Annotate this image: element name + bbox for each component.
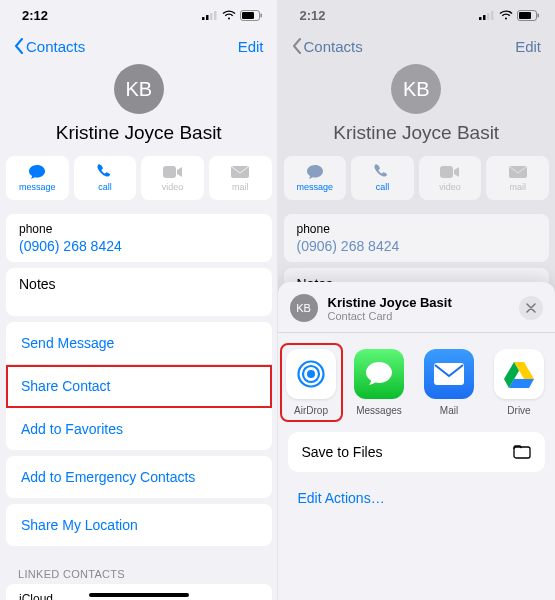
- linked-header: LINKED CONTACTS: [0, 552, 278, 584]
- message-action[interactable]: message: [284, 156, 347, 200]
- chevron-left-icon: [292, 38, 302, 54]
- back-button[interactable]: Contacts: [292, 38, 363, 55]
- messages-share[interactable]: Messages: [352, 349, 407, 416]
- video-action: video: [419, 156, 482, 200]
- close-icon: [526, 303, 536, 313]
- notes-card[interactable]: Notes: [6, 268, 272, 316]
- edit-button[interactable]: Edit: [515, 38, 541, 55]
- airdrop-icon: [294, 357, 328, 391]
- call-action[interactable]: call: [74, 156, 137, 200]
- svg-rect-15: [538, 13, 539, 17]
- svg-rect-3: [214, 11, 217, 20]
- back-label: Contacts: [26, 38, 85, 55]
- edit-button[interactable]: Edit: [238, 38, 264, 55]
- svg-rect-14: [519, 12, 531, 19]
- svg-rect-16: [440, 166, 453, 178]
- svg-rect-5: [242, 12, 254, 19]
- add-favorites-row[interactable]: Add to Favorites: [6, 408, 272, 450]
- home-indicator[interactable]: [89, 593, 189, 597]
- svg-rect-0: [202, 17, 205, 20]
- notes-label: Notes: [19, 276, 259, 292]
- share-contact-row[interactable]: Share Contact: [6, 365, 272, 408]
- messages-app-icon: [364, 360, 394, 388]
- nav-bar: Contacts Edit: [0, 30, 278, 62]
- wifi-icon: [222, 10, 236, 20]
- share-location-row[interactable]: Share My Location: [6, 504, 272, 546]
- back-button[interactable]: Contacts: [14, 38, 85, 55]
- contact-name: Kristine Joyce Basit: [333, 122, 499, 144]
- phone-value: (0906) 268 8424: [19, 238, 259, 254]
- message-action[interactable]: message: [6, 156, 69, 200]
- svg-rect-7: [163, 166, 176, 178]
- close-button[interactable]: [519, 296, 543, 320]
- folder-icon: [513, 444, 531, 460]
- phone-icon: [97, 164, 113, 180]
- action-list-2: Add to Emergency Contacts: [6, 456, 272, 498]
- phone-icon: [374, 164, 390, 180]
- mail-action: mail: [209, 156, 272, 200]
- airdrop-share[interactable]: AirDrop: [284, 347, 339, 418]
- linked-contact-row[interactable]: iCloud Kristine Joyce Basit ›: [6, 584, 272, 600]
- avatar: KB: [114, 64, 164, 114]
- status-time: 2:12: [22, 8, 48, 23]
- call-action[interactable]: call: [351, 156, 414, 200]
- svg-rect-10: [483, 15, 486, 20]
- svg-rect-2: [210, 13, 213, 20]
- message-icon: [28, 164, 46, 180]
- sheet-subtitle: Contact Card: [328, 310, 452, 322]
- drive-share[interactable]: Drive: [492, 349, 547, 416]
- phone-card[interactable]: phone (0906) 268 8424: [6, 214, 272, 262]
- share-sheet-screen: 2:12 Contacts Edit KB Kristine Joyce Bas…: [278, 0, 556, 600]
- sheet-avatar: KB: [290, 294, 318, 322]
- status-bar: 2:12: [0, 0, 278, 30]
- share-apps-row: AirDrop Messages Mail: [278, 333, 556, 426]
- video-action: video: [141, 156, 204, 200]
- share-sheet: KB Kristine Joyce Basit Contact Card Air…: [278, 282, 556, 600]
- phone-label: phone: [19, 222, 259, 236]
- status-bar: 2:12: [278, 0, 556, 30]
- sheet-title: Kristine Joyce Basit: [328, 295, 452, 310]
- mail-share[interactable]: Mail: [422, 349, 477, 416]
- phone-card[interactable]: phone (0906) 268 8424: [284, 214, 550, 262]
- wifi-icon: [499, 10, 513, 20]
- mail-icon: [231, 166, 249, 178]
- contact-detail-screen: 2:12 Contacts Edit KB Kristine Joyce Bas…: [0, 0, 278, 600]
- svg-rect-11: [487, 13, 490, 20]
- send-message-row[interactable]: Send Message: [6, 322, 272, 365]
- chevron-left-icon: [14, 38, 24, 54]
- message-icon: [306, 164, 324, 180]
- svg-rect-22: [514, 447, 530, 458]
- video-icon: [163, 166, 183, 178]
- edit-actions[interactable]: Edit Actions…: [278, 478, 556, 518]
- video-icon: [440, 166, 460, 178]
- avatar: KB: [391, 64, 441, 114]
- mail-action: mail: [486, 156, 549, 200]
- cellular-icon: [479, 10, 495, 20]
- action-list-1: Send Message Share Contact Add to Favori…: [6, 322, 272, 450]
- battery-icon: [240, 10, 262, 21]
- svg-rect-9: [479, 17, 482, 20]
- mail-app-icon: [433, 362, 465, 386]
- svg-rect-12: [491, 11, 494, 20]
- mail-icon: [509, 166, 527, 178]
- battery-icon: [517, 10, 539, 21]
- add-emergency-row[interactable]: Add to Emergency Contacts: [6, 456, 272, 498]
- contact-name: Kristine Joyce Basit: [56, 122, 222, 144]
- svg-rect-1: [206, 15, 209, 20]
- cellular-icon: [202, 10, 218, 20]
- nav-bar: Contacts Edit: [278, 30, 556, 62]
- svg-point-18: [307, 370, 315, 378]
- quick-actions: message call video mail: [0, 144, 278, 208]
- save-to-files[interactable]: Save to Files: [288, 432, 546, 472]
- action-list-3: Share My Location: [6, 504, 272, 546]
- drive-icon: [503, 360, 535, 388]
- svg-rect-21: [434, 363, 464, 385]
- svg-rect-6: [260, 13, 261, 17]
